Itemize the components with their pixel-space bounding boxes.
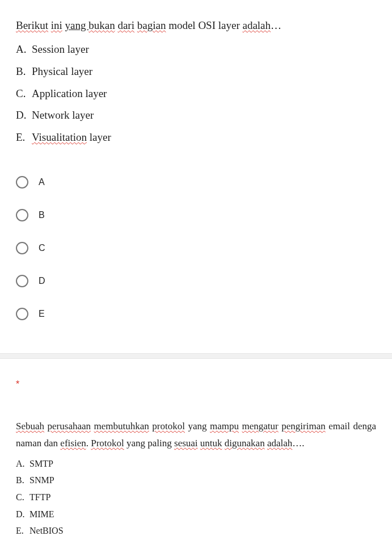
question-card-2: * Sebuah perusahaan membutuhkan protokol… [0,359,392,553]
required-asterisk: * [16,375,376,389]
choice-label: E [39,309,45,319]
question-2-prompt: Sebuah perusahaan membutuhkan protokol y… [16,418,376,452]
radio-icon[interactable] [16,242,28,254]
answer-line: E.NetBIOS [16,522,376,539]
question-card-1: Berikut ini yang bukan dari bagian model… [0,0,392,353]
answer-text: Visualitation layer [32,127,111,149]
answer-line: C.Application layer [16,83,376,105]
radio-icon[interactable] [16,176,28,188]
answer-text: MIME [29,506,54,523]
answer-text: SMTP [29,455,53,472]
choice-d[interactable]: D [16,265,376,298]
choice-c[interactable]: C [16,232,376,265]
answer-text: TFTP [29,489,50,506]
question-1-choice-group: ABCDE [16,166,376,330]
answer-line: D.Network layer [16,104,376,127]
answer-text: SNMP [29,472,54,489]
answer-letter: B. [16,472,29,489]
answer-letter: E. [16,522,29,539]
answer-text: NetBIOS [29,522,64,539]
question-1-prompt: Berikut ini yang bukan dari bagian model… [16,18,376,33]
choice-e[interactable]: E [16,298,376,330]
answer-line: A.SMTP [16,455,376,472]
question-1-answer-list: A.Session layerB.Physical layerC.Applica… [16,39,376,149]
answer-line: B.Physical layer [16,61,376,83]
question-2-answer-list: A.SMTPB.SNMPC.TFTPD.MIMEE.NetBIOS [16,455,376,539]
answer-text: Network layer [32,104,94,127]
answer-letter: D. [16,104,32,127]
choice-label: A [39,177,45,187]
answer-letter: C. [16,83,32,105]
answer-letter: B. [16,61,32,83]
answer-letter: D. [16,506,29,523]
radio-icon[interactable] [16,275,28,287]
answer-line: E.Visualitation layer [16,127,376,149]
answer-letter: E. [16,127,32,149]
radio-icon[interactable] [16,209,28,221]
answer-line: D.MIME [16,506,376,523]
radio-icon[interactable] [16,308,28,320]
answer-letter: A. [16,39,32,61]
choice-label: B [39,210,45,220]
card-divider [0,353,392,359]
answer-letter: C. [16,489,29,506]
answer-text: Session layer [32,39,89,61]
choice-label: C [39,243,45,253]
answer-line: B.SNMP [16,472,376,489]
choice-b[interactable]: B [16,199,376,232]
answer-line: A.Session layer [16,39,376,61]
answer-text: Application layer [32,83,107,105]
answer-text: Physical layer [32,61,92,83]
choice-a[interactable]: A [16,166,376,199]
answer-line: C.TFTP [16,489,376,506]
answer-letter: A. [16,455,29,472]
choice-label: D [39,276,45,286]
